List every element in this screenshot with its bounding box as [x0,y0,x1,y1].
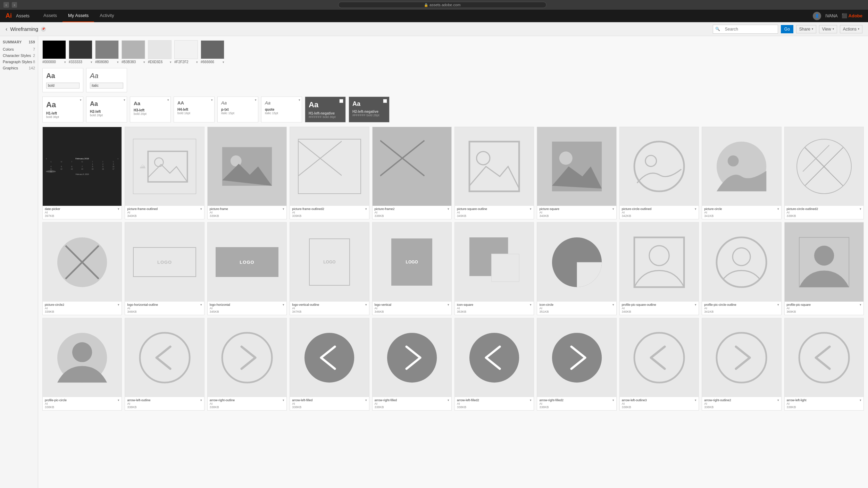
graphic-dropdown-button[interactable]: ▾ [200,303,202,306]
graphic-name: picture-circle [704,207,777,211]
sidebar-item-para-styles[interactable]: Paragraph Styles 8 [3,59,35,65]
graphic-dropdown-button[interactable]: ▾ [612,207,614,211]
graphic-dropdown-button[interactable]: ▾ [365,303,367,306]
graphic-dropdown-button[interactable]: ▾ [530,303,532,306]
graphic-dropdown-button[interactable]: ▾ [695,303,696,306]
graphic-type: AI [45,402,119,405]
para-dropdown-button[interactable]: ▾ [255,98,257,102]
para-dropdown-button[interactable]: ▾ [80,98,82,102]
graphic-dropdown-button[interactable]: ▾ [118,303,119,306]
graphic-size: 338KB [375,214,449,218]
go-button[interactable]: Go [781,25,793,33]
graphic-dropdown-button[interactable]: ▾ [860,398,861,402]
graphic-dropdown-button[interactable]: ▾ [365,207,367,211]
graphic-info: arrow-right-filled ▾ AI 338KB [373,397,451,410]
graphic-info: profile-pic-circle ▾ AI 338KB [43,397,122,410]
graphic-dropdown-button[interactable]: ▾ [448,303,449,306]
char-style-select[interactable]: italic [90,83,123,89]
para-checkbox[interactable] [339,99,343,103]
color-dropdown-button[interactable]: ▾ [223,60,224,64]
graphic-type: AI [127,402,202,405]
graphic-dropdown-button[interactable]: ▾ [612,398,614,402]
graphic-dropdown-button[interactable]: ▾ [695,207,696,211]
color-dropdown-button[interactable]: ▾ [170,60,172,64]
graphic-dropdown-button[interactable]: ▾ [777,398,779,402]
app-header: Ai Assets Assets My Assets Activity 👤 IV… [0,10,868,22]
graphic-info: arrow-right-outline2 ▾ AI 338KB [702,397,781,410]
color-dropdown-button[interactable]: ▾ [64,60,66,64]
graphic-size: 339KB [292,214,367,218]
graphic-dropdown-button[interactable]: ▾ [200,207,202,211]
svg-rect-8 [469,142,519,191]
graphic-dropdown-button[interactable]: ▾ [530,207,532,211]
url-bar[interactable]: 🔒 assets.adobe.com [338,2,546,8]
graphic-dropdown-button[interactable]: ▾ [860,303,861,306]
para-checkbox[interactable] [383,99,387,103]
graphic-size: 351KB [539,310,614,313]
para-dropdown-button[interactable]: ▾ [299,98,300,102]
graphic-dropdown-button[interactable]: ▾ [448,207,449,211]
graphic-dropdown-button[interactable]: ▾ [777,207,779,211]
actions-button[interactable]: Actions ▾ [840,25,862,33]
graphic-dropdown-button[interactable]: ▾ [612,303,614,306]
graphic-info: arrow-right-filled2 ▾ AI 338KB [537,397,616,410]
color-swatch-preview [69,40,92,59]
nav-activity[interactable]: Activity [94,10,119,22]
graphic-dropdown-button[interactable]: ▾ [530,398,532,402]
para-dropdown-button[interactable]: ▾ [211,98,213,102]
graphic-type: AI [539,402,614,405]
sidebar-item-colors[interactable]: Colors 7 [3,46,35,52]
graphic-dropdown-button[interactable]: ▾ [860,207,861,211]
app-title: Assets [16,13,30,18]
graphic-card-chevron-right-filled2: arrow-right-filled2 ▾ AI 338KB [537,318,616,411]
char-style-select[interactable]: bold [46,83,80,89]
view-button[interactable]: View ▾ [819,25,837,33]
graphic-dropdown-button[interactable]: ▾ [448,398,449,402]
adobe-logo: ⬛ Adobe [842,13,862,18]
color-dropdown-button[interactable]: ▾ [196,60,198,64]
forward-button[interactable]: › [12,2,17,8]
graphic-info: picture-circle ▾ AI 341KB [702,206,781,219]
graphic-dropdown-button[interactable]: ▾ [283,207,284,211]
para-styles-label: Paragraph Styles [3,60,33,64]
nav-assets[interactable]: Assets [38,10,62,22]
graphic-dropdown-button[interactable]: ▾ [200,398,202,402]
graphic-preview [373,127,451,206]
share-button[interactable]: Share ▾ [796,25,816,33]
color-dropdown-button[interactable]: ▾ [91,60,92,64]
graphic-name: arrow-right-outline [210,398,283,402]
nav-my-assets[interactable]: My Assets [62,10,94,22]
para-style-preview: Aa [221,100,254,106]
color-dropdown-button[interactable]: ▾ [143,60,145,64]
graphic-dropdown-button[interactable]: ▾ [777,303,779,306]
color-dropdown-button[interactable]: ▾ [117,60,119,64]
graphic-preview: LOGO [290,222,369,301]
graphic-card-chevron-left-filled1: arrow-left-filled ▾ AI 338KB [290,318,369,411]
graphic-type: AI [210,306,284,310]
graphic-info: arrow-left-filled ▾ AI 338KB [290,397,369,410]
graphic-dropdown-button[interactable]: ▾ [118,398,119,402]
graphic-preview [455,222,534,301]
graphic-dropdown-button[interactable]: ▾ [283,398,284,402]
sidebar-item-char-styles[interactable]: Character Styles 2 [3,52,35,59]
para-style-h2-neg: Aa H2-left-negative #FFFFFF bold 28pt [349,96,390,123]
para-dropdown-button[interactable]: ▾ [167,98,169,102]
graphic-preview [455,127,534,206]
graphic-name: profile-pic-square [787,303,860,306]
para-dropdown-button[interactable]: ▾ [124,98,125,102]
graphic-dropdown-button[interactable]: ▾ [283,303,284,306]
graphic-name: picture-square-outline [457,207,530,211]
graphic-dropdown-button[interactable]: ▾ [118,207,119,211]
graphic-dropdown-button[interactable]: ▾ [695,398,696,402]
para-style-name: H2-left-negative [352,110,386,113]
sidebar-item-graphics[interactable]: Graphics 142 [3,65,35,71]
graphic-info: arrow-left-light ▾ AI 338KB [785,397,863,410]
graphic-type: AI [375,306,449,310]
avatar: 👤 [813,12,821,20]
pin-icon[interactable]: 📌 [41,27,46,32]
search-input[interactable] [722,25,778,33]
back-button[interactable]: ‹ [3,2,9,8]
graphic-preview [373,318,451,397]
back-button[interactable]: ‹ [6,26,7,32]
graphic-dropdown-button[interactable]: ▾ [365,398,367,402]
